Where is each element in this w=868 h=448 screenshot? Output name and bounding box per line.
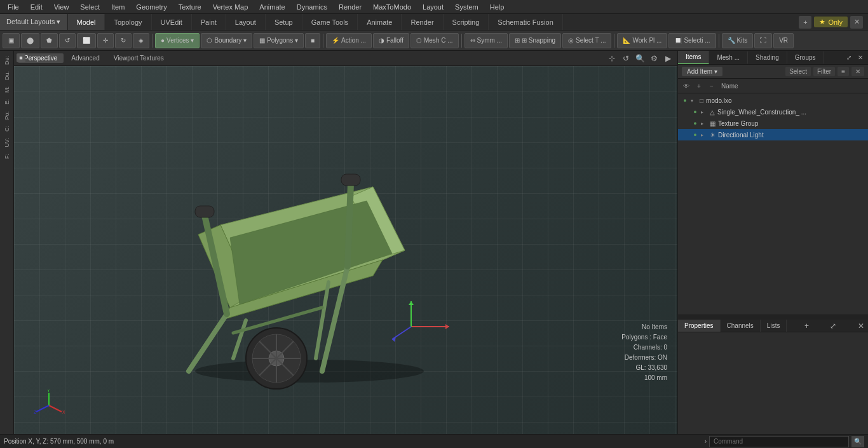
select-button[interactable]: Select [785,67,811,76]
tool-box[interactable]: ⬜ [77,33,96,48]
tool-loop[interactable]: ↺ [59,33,76,48]
boundary-button[interactable]: ⬡ Boundary ▾ [201,33,252,48]
expand-icon-modo[interactable]: ▾ [691,98,697,104]
viewport-tab-advanced[interactable]: Advanced [65,53,105,63]
viewport-expand-button[interactable]: ▶ [662,53,674,64]
visibility-icon-modo[interactable]: ● [681,96,689,105]
fullscreen-button[interactable]: ⛶ [754,33,772,48]
viewport-refresh-button[interactable]: ↺ [620,53,632,64]
tab-uvedit[interactable]: UVEdit [152,14,192,30]
sidebar-item-po[interactable]: Po: [3,109,11,123]
menu-dynamics[interactable]: Dynamics [292,2,332,12]
prop-settings-button[interactable]: ✕ [854,320,868,332]
tool-rotate[interactable]: ↻ [115,33,132,48]
rp-expand-button[interactable]: ⤢ [844,53,854,62]
sidebar-item-m[interactable]: M: [3,84,11,95]
command-input[interactable] [709,436,849,447]
tool-paint[interactable]: ⬟ [41,33,58,48]
prop-tab-lists[interactable]: Lists [761,320,787,332]
viewport-corner-icon[interactable]: ■ [17,53,25,62]
visibility-all-button[interactable]: 👁 [681,80,692,92]
mesh-c-button[interactable]: ⬡ Mesh C ... [410,33,459,48]
visibility-icon-light[interactable]: ● [691,130,700,139]
rp-tab-shading[interactable]: Shading [748,51,787,64]
square-button[interactable]: ■ [305,33,320,48]
tool-move[interactable]: ✛ [97,33,114,48]
tab-paint[interactable]: Paint [192,14,226,30]
prop-expand-button[interactable]: ⤢ [826,320,840,332]
add-layout-button[interactable]: + [799,16,811,29]
select-t-button[interactable]: ◎ Select T ... [562,33,611,48]
symm-button[interactable]: ⇔ Symm ... [465,33,508,48]
tab-model[interactable]: Model [68,14,105,30]
add-item-button[interactable]: Add Item ▾ [682,67,722,76]
add-child-button[interactable]: + [693,80,705,92]
prop-add-button[interactable]: + [801,320,813,332]
vr-button[interactable]: VR [773,33,794,48]
rp-tab-items[interactable]: Items [678,51,709,64]
tool-shield[interactable]: ◈ [133,33,149,48]
menu-layout[interactable]: Layout [417,2,449,12]
polygons-button[interactable]: ▦ Polygons ▾ [254,33,304,48]
filter-button[interactable]: Filter [813,67,835,76]
vertices-mode-button[interactable]: ● Vertices ▾ [155,33,200,48]
menu-maxtomodo[interactable]: MaxToModo [368,2,416,12]
sidebar-item-e[interactable]: E: [3,97,11,107]
tree-item-single-wheel[interactable]: ● ▸ △ Single_Wheel_Construction_ ... [678,106,868,118]
kits-button[interactable]: 🔧 Kits [722,33,754,48]
menu-animate[interactable]: Animate [254,2,290,12]
menu-vertex-map[interactable]: Vertex Map [208,2,254,12]
falloff-button[interactable]: ◑ Falloff [373,33,409,48]
selecti-button[interactable]: 🔲 Selecti ... [668,33,715,48]
tab-schematic-fusion[interactable]: Schematic Fusion [489,14,562,30]
tree-item-directional-light[interactable]: ● ▸ ☀ Directional Light [678,129,868,140]
prop-tab-channels[interactable]: Channels [721,320,761,332]
action-button[interactable]: ⚡ Action ... [326,33,372,48]
menu-geometry[interactable]: Geometry [131,2,172,12]
tool-lasso[interactable]: ⬤ [21,33,39,48]
expand-icon-light[interactable]: ▸ [701,132,707,138]
tab-layout[interactable]: Layout [226,14,266,30]
panel-options-button[interactable]: ≡ [837,67,849,76]
viewport-settings-button[interactable]: ⚙ [648,53,660,64]
rp-settings-button[interactable]: ✕ [855,53,865,62]
viewport-canvas[interactable]: No Items Polygons : Face Channels: 0 Def… [14,66,677,434]
panel-close-button[interactable]: ✕ [851,67,864,76]
menu-item[interactable]: Item [106,2,130,12]
expand-icon-wheel[interactable]: ▸ [701,109,707,115]
sidebar-item-f[interactable]: F: [3,151,11,161]
menu-help[interactable]: Help [485,2,510,12]
star-only-button[interactable]: ★ Only [814,17,848,27]
snapping-button[interactable]: ⊞ ⊞ Snapping [509,33,561,48]
rp-tab-groups[interactable]: Groups [787,51,824,64]
default-layouts-button[interactable]: Default Layouts ▾ [0,14,68,30]
viewport-home-button[interactable]: ⊹ [606,53,618,64]
tool-select-square[interactable]: ▣ [3,33,20,48]
prop-tab-properties[interactable]: Properties [678,320,721,332]
work-pl-button[interactable]: 📐 Work Pl ... [617,33,667,48]
sidebar-item-c[interactable]: C: [3,123,11,134]
sidebar-item-uv[interactable]: UV: [3,135,11,150]
expand-icon-texture[interactable]: ▸ [701,121,707,126]
menu-system[interactable]: System [450,2,484,12]
tab-animate[interactable]: Animate [358,14,402,30]
menu-file[interactable]: File [3,2,24,12]
tab-setup[interactable]: Setup [266,14,302,30]
menu-edit[interactable]: Edit [25,2,48,12]
tree-item-modo-lxo[interactable]: ● ▾ □ modo.lxo [678,95,868,106]
sidebar-item-de[interactable]: De: [3,53,11,67]
tab-game-tools[interactable]: Game Tools [302,14,358,30]
viewport-tab-textures[interactable]: Viewport Textures [107,53,170,63]
layout-settings-button[interactable]: ✕ [850,16,863,29]
menu-view[interactable]: View [49,2,74,12]
menu-render[interactable]: Render [334,2,367,12]
visibility-icon-texture[interactable]: ● [691,119,700,128]
menu-texture[interactable]: Texture [173,2,207,12]
rp-tab-mesh[interactable]: Mesh ... [709,51,748,64]
tree-item-texture-group[interactable]: ● ▸ ▦ Texture Group [678,118,868,129]
remove-button[interactable]: − [706,80,717,92]
tab-render[interactable]: Render [402,14,443,30]
tab-topology[interactable]: Topology [105,14,151,30]
visibility-icon-wheel[interactable]: ● [691,107,700,116]
menu-select[interactable]: Select [75,2,105,12]
